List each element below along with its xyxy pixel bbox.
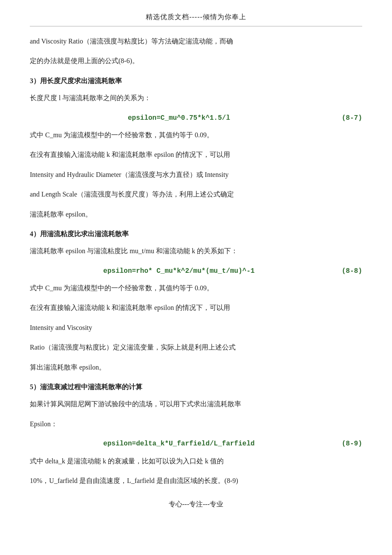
section-3-heading: 3）用长度尺度求出湍流耗散率 [30,75,362,87]
paragraph-7: 湍流耗散率 epsilon。 [30,208,362,221]
paragraph-13: 算出湍流耗散率 epsilon。 [30,361,362,374]
section-4-heading: 4）用湍流粘度比求出湍流耗散率 [30,228,362,240]
formula-8-9-number: (8-9) [342,437,362,450]
paragraph-3: 式中 C_mu 为湍流模型中的一个经验常数，其值约等于 0.09。 [30,129,362,142]
header-section: 精选优质文档-----倾情为你奉上 [30,13,362,26]
formula-8-7-text: epsilon=C_mu^0.75*k^1.5/l [128,112,230,124]
formula-8-9-text: epsilon=delta_k*U_farfield/L_farfield [103,437,254,450]
paragraph-8: 湍流耗散率 epsilon 与湍流粘度比 mu_t/mu 和湍流动能 k 的关系… [30,245,362,257]
formula-8-8-number: (8-8) [342,265,362,278]
paragraph-1b: 定的办法就是使用上面的公式(8-6)。 [30,55,362,67]
content-section: and Viscosity Ratio（湍流强度与粘度比）等方法确定湍流动能，而… [30,35,362,487]
paragraph-17: 10%，U_farfield 是自由流速度，L_farfield 是自由流区域的… [30,474,362,487]
page-container: 精选优质文档-----倾情为你奉上 and Viscosity Ratio（湍流… [0,0,392,555]
paragraph-16: 式中 delta_k 是湍流动能 k 的衰减量，比如可以设为入口处 k 值的 [30,455,362,468]
header-title: 精选优质文档-----倾情为你奉上 [146,13,246,20]
formula-8-7-block: epsilon=C_mu^0.75*k^1.5/l (8-7) [30,112,362,124]
paragraph-14: 如果计算风洞阻尼网下游试验段中的流场，可以用下式求出湍流耗散率 [30,398,362,410]
footer-text: 专心---专注---专业 [169,500,223,508]
section-5-heading: 5）湍流衰减过程中湍流耗散率的计算 [30,381,362,393]
paragraph-10: 在没有直接输入湍流动能 k 和湍流耗散率 epsilon 的情况下，可以用 [30,301,362,314]
paragraph-2: 长度尺度 l 与湍流耗散率之间的关系为： [30,92,362,104]
paragraph-5: Intensity and Hydraulic Diameter（湍流强度与水力… [30,168,362,181]
formula-8-8-block: epsilon=rho* C_mu*k^2/mu*(mu_t/mu)^-1 (8… [30,265,362,278]
paragraph-15: Epsilon： [30,418,362,431]
paragraph-6: and Length Scale（湍流强度与长度尺度）等办法，利用上述公式确定 [30,188,362,201]
paragraph-9: 式中 C_mu 为湍流模型中的一个经验常数，其值约等于 0.09。 [30,282,362,295]
paragraph-4: 在没有直接输入湍流动能 k 和湍流耗散率 epsilon 的情况下，可以用 [30,148,362,161]
paragraph-11: Intensity and Viscosity [30,321,362,334]
paragraph-12: Ratio（湍流强度与粘度比）定义湍流变量，实际上就是利用上述公式 [30,341,362,354]
paragraph-1a: and Viscosity Ratio（湍流强度与粘度比）等方法确定湍流动能，而… [30,35,362,48]
formula-8-9-block: epsilon=delta_k*U_farfield/L_farfield (8… [30,437,362,450]
formula-8-8-text: epsilon=rho* C_mu*k^2/mu*(mu_t/mu)^-1 [103,265,254,278]
formula-8-7-number: (8-7) [342,112,362,124]
footer-section: 专心---专注---专业 [30,500,362,509]
